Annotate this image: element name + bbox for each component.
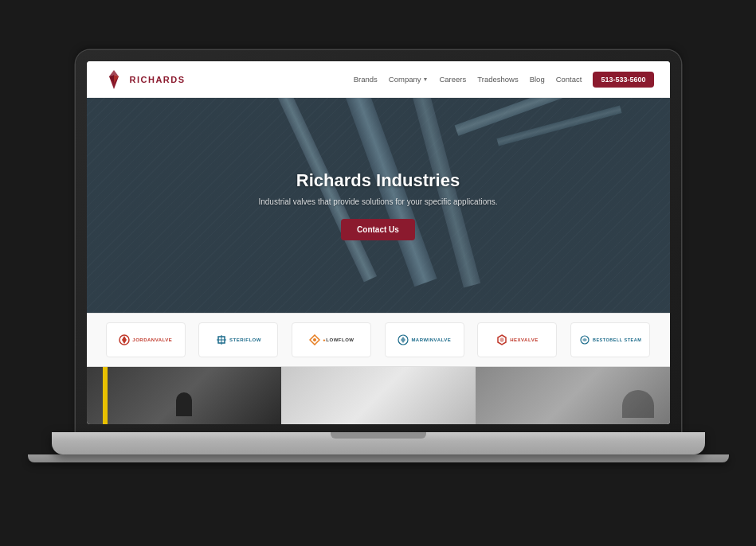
brands-section: JORDANVALVE STERIFLOW	[87, 313, 670, 367]
jordan-valve-logo: JORDANVALVE	[119, 334, 172, 345]
laptop-base-bottom	[28, 454, 729, 462]
nav-company[interactable]: Company ▼	[389, 75, 429, 84]
thumbnail-3[interactable]	[476, 367, 670, 424]
hexvalve-icon	[496, 334, 507, 345]
nav-contact[interactable]: Contact	[556, 75, 582, 84]
svg-point-9	[313, 338, 316, 341]
steriflow-name: STERIFLOW	[229, 337, 261, 342]
hexvalve-name: HEXVALVE	[510, 337, 538, 342]
brand-lowflow[interactable]: ⬥LOWFLOW	[292, 322, 371, 357]
screen-bezel: RICHARDS Brands Company ▼ Careers Trades…	[76, 50, 681, 432]
hero-section: Richards Industries Industrial valves th…	[87, 98, 670, 313]
lowflow-name: ⬥LOWFLOW	[323, 337, 354, 342]
bestobell-icon	[579, 334, 590, 345]
thumbnail-1[interactable]	[87, 367, 281, 424]
lowflow-icon	[309, 334, 320, 345]
brand-jordan-valve[interactable]: JORDANVALVE	[106, 322, 186, 357]
svg-marker-11	[401, 337, 405, 343]
logo-text: RICHARDS	[130, 75, 186, 84]
marwin-valve-icon	[398, 334, 409, 345]
marwin-valve-logo: MARWINVALVE	[398, 334, 451, 345]
jordan-valve-icon	[119, 334, 130, 345]
website: RICHARDS Brands Company ▼ Careers Trades…	[87, 61, 670, 424]
thumbnail-2[interactable]	[281, 367, 476, 424]
laptop-base	[52, 432, 705, 454]
nav-tradeshows[interactable]: Tradeshows	[477, 75, 518, 84]
thumbnails-section	[87, 367, 670, 424]
marwin-valve-name: MARWINVALVE	[411, 337, 451, 342]
jordan-valve-name: JORDANVALVE	[132, 337, 172, 342]
screen: RICHARDS Brands Company ▼ Careers Trades…	[87, 61, 670, 424]
brand-steriflow[interactable]: STERIFLOW	[198, 322, 278, 357]
steriflow-icon	[216, 334, 227, 345]
phone-button[interactable]: 513-533-5600	[593, 72, 653, 88]
hero-title: Richards Industries	[258, 170, 497, 191]
brand-bestobell[interactable]: BESTOBELL STEAM	[570, 322, 650, 357]
hero-subtitle: Industrial valves that provide solutions…	[258, 197, 497, 206]
hero-content: Richards Industries Industrial valves th…	[242, 154, 513, 256]
laptop: RICHARDS Brands Company ▼ Careers Trades…	[52, 50, 705, 496]
bestobell-name: BESTOBELL STEAM	[593, 337, 641, 342]
site-header: RICHARDS Brands Company ▼ Careers Trades…	[87, 61, 670, 98]
hexvalve-logo: HEXVALVE	[496, 334, 538, 345]
contact-us-button[interactable]: Contact Us	[341, 219, 415, 240]
nav-blog[interactable]: Blog	[530, 75, 545, 84]
nav-brands[interactable]: Brands	[354, 75, 378, 84]
lowflow-logo: ⬥LOWFLOW	[309, 334, 354, 345]
yellow-bar	[103, 367, 108, 424]
logo: RICHARDS	[103, 68, 186, 91]
main-nav: Brands Company ▼ Careers Tradeshows Blog…	[354, 72, 654, 88]
brand-marwin-valve[interactable]: MARWINVALVE	[385, 322, 464, 357]
brand-hexvalve[interactable]: HEXVALVE	[477, 322, 557, 357]
logo-icon	[103, 68, 125, 91]
nav-careers[interactable]: Careers	[439, 75, 466, 84]
company-dropdown-arrow: ▼	[423, 76, 429, 82]
steriflow-logo: STERIFLOW	[216, 334, 261, 345]
bestobell-logo: BESTOBELL STEAM	[579, 334, 641, 345]
svg-marker-13	[500, 337, 504, 342]
